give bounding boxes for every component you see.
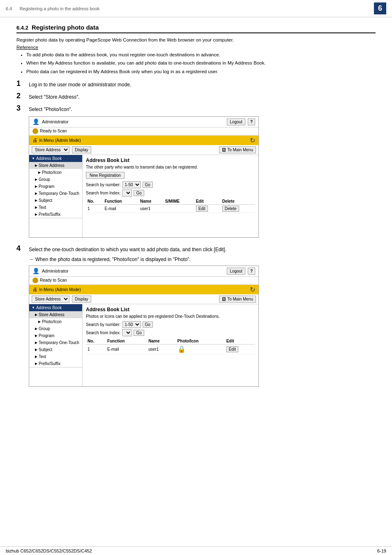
admin-mode-text-1: In Menu (Admin Mode) [39, 138, 81, 143]
sidebar-section-address-book-1: ▼ Address Book ▶ Store Address ▶ Photo/I… [29, 155, 82, 218]
col-function-1: Function [103, 198, 138, 205]
cell-function-2: E-mail [106, 344, 147, 354]
photo-arrow-2: ▶ [38, 320, 41, 324]
sidebar-item-subject-2[interactable]: ▶ Subject [29, 346, 82, 353]
temp-arrow-1: ▶ [35, 192, 37, 195]
cell-photo-icon: 🔒 [176, 344, 225, 354]
display-button-1[interactable]: Display [72, 146, 91, 153]
sidebar-item-program-1[interactable]: ▶ Program [29, 183, 82, 190]
sidebar-item-prefix-suffix-1[interactable]: ▶ Prefix/Suffix [29, 211, 82, 218]
expand-arrow-2: ▼ [32, 306, 35, 310]
scan-status-icon-1 [32, 128, 38, 134]
photo-arrow-1: ▶ [38, 171, 41, 174]
webapp-sidebar-2: ▼ Address Book ▶ Store Address ▶ Photo/I… [29, 304, 83, 386]
bullet-list: To add photo data to the address book, y… [26, 51, 376, 75]
text-arrow-2: ▶ [35, 355, 37, 358]
store-address-select-1[interactable]: Store Address [32, 146, 69, 153]
menu-icon-1: 🖼 [222, 148, 226, 152]
col-delete-1: Delete [221, 198, 255, 205]
col-smime-1: S/MIME [164, 198, 194, 205]
panel-desc-1: The other party who wants to transmit da… [86, 165, 255, 169]
sidebar-item-store-address-2[interactable]: ▶ Store Address [29, 311, 82, 318]
col-name-1: Name [138, 198, 164, 205]
sidebar-item-program-2[interactable]: ▶ Program [29, 332, 82, 339]
logout-button-1[interactable]: Logout [227, 118, 245, 125]
sidebar-item-text-1[interactable]: ▶ Text [29, 204, 82, 211]
sidebar-item-photo-icon-2[interactable]: ▶ Photo/Icon [29, 318, 82, 325]
step-2-text: Select "Store Address". [29, 93, 80, 101]
help-button-2[interactable]: ? [248, 268, 255, 275]
webapp-body-2: ▼ Address Book ▶ Store Address ▶ Photo/I… [29, 304, 258, 386]
screenshot-1: 👤 Administrator Logout ? Ready to Scan 🖨… [29, 116, 259, 238]
index-go-button-2[interactable]: Go [134, 330, 144, 336]
panel-desc-2: Photos or Icons can be applied to pre-re… [86, 314, 255, 319]
step-4-sub: → When the photo data is registered, "Ph… [29, 257, 376, 262]
cell-name-2: user1 [147, 344, 175, 354]
address-table-2: No. Function Name Photo/Icon Edit 1 E-ma… [86, 338, 255, 354]
admin-label-1: Administrator [42, 119, 69, 124]
main-menu-button-1[interactable]: 🖼 To Main Menu [219, 146, 256, 153]
delete-button-row1-1[interactable]: Delete [222, 206, 239, 212]
step-3: 3 Select "Photo/Icon". [16, 104, 376, 113]
sidebar-item-address-book-2[interactable]: ▼ Address Book [29, 304, 82, 311]
sidebar-item-text-2[interactable]: ▶ Text [29, 353, 82, 360]
scan-status-icon-2 [32, 278, 38, 283]
sidebar-item-temp-onetouch-1[interactable]: ▶ Temporary One-Touch [29, 190, 82, 197]
logout-button-2[interactable]: Logout [227, 268, 245, 275]
main-menu-button-2[interactable]: 🖼 To Main Menu [219, 296, 256, 303]
bullet-item: When the My Address function is availabl… [26, 60, 376, 67]
new-registration-button-1[interactable]: New Registration [86, 172, 125, 179]
expand-arrow-1: ▼ [32, 157, 35, 160]
panel-title-2: Address Book List [86, 307, 255, 312]
text-arrow-1: ▶ [35, 206, 37, 209]
table-row: 1 E-mail user1 Edit Delete [86, 204, 255, 213]
cell-function: E-mail [103, 204, 138, 213]
index-go-button-1[interactable]: Go [134, 190, 144, 196]
sidebar-item-group-1[interactable]: ▶ Group [29, 176, 82, 183]
admin-mode-icon-1: 🖨 [32, 137, 37, 143]
product-name: bizhub C652/C652DS/C552/C552DS/C452 [6, 548, 92, 553]
subject-arrow-1: ▶ [35, 199, 37, 202]
search-go-button-2[interactable]: Go [143, 321, 153, 328]
help-button-1[interactable]: ? [248, 118, 255, 125]
section-intro: Register photo data by operating PageSco… [16, 37, 376, 42]
step-1-text: Log in to the user mode or administrator… [29, 81, 131, 88]
search-range-select-1[interactable]: 1-50 [122, 181, 141, 188]
sidebar-item-photo-icon-1[interactable]: ▶ Photo/Icon [29, 169, 82, 176]
sidebar-item-address-book-1[interactable]: ▼ Address Book [29, 155, 82, 162]
sidebar-item-group-2[interactable]: ▶ Group [29, 325, 82, 332]
status-bar-2: Ready to Scan [29, 277, 258, 285]
index-select-1[interactable] [122, 190, 132, 197]
admin-mode-bar-2: 🖨 In Menu (Admin Mode) ↻ [29, 285, 258, 294]
admin-mode-text-2: In Menu (Admin Mode) [39, 287, 81, 292]
section-title-header: Registering a photo in the address book [20, 6, 99, 11]
subject-arrow-2: ▶ [35, 348, 37, 352]
edit-button-row1-2[interactable]: Edit [226, 346, 238, 352]
cell-name: user1 [138, 204, 164, 213]
search-from-index-row-2: Search from Index: Go [86, 329, 255, 336]
sidebar-item-subject-1[interactable]: ▶ Subject [29, 197, 82, 204]
step-3-num: 3 [16, 104, 29, 113]
sidebar-section-address-book-2: ▼ Address Book ▶ Store Address ▶ Photo/I… [29, 304, 82, 368]
display-button-2[interactable]: Display [72, 296, 91, 303]
sidebar-item-temp-onetouch-2[interactable]: ▶ Temporary One-Touch [29, 339, 82, 346]
step-1-num: 1 [16, 79, 29, 88]
sidebar-item-store-address-1[interactable]: ▶ Store Address [29, 162, 82, 169]
index-select-2[interactable] [122, 329, 132, 336]
webapp-navbar-1: Store Address Display 🖼 To Main Menu [29, 145, 258, 155]
col-no-1: No. [86, 198, 103, 205]
section-title: Registering photo data [32, 24, 99, 31]
admin-label-2: Administrator [42, 268, 69, 273]
edit-button-row1-1[interactable]: Edit [196, 206, 208, 212]
refresh-icon-1[interactable]: ↻ [250, 137, 255, 144]
sidebar-item-prefix-suffix-2[interactable]: ▶ Prefix/Suffix [29, 360, 82, 367]
refresh-icon-2[interactable]: ↻ [250, 286, 255, 293]
store-address-select-2[interactable]: Store Address [32, 296, 69, 303]
search-go-button-1[interactable]: Go [143, 182, 153, 188]
prefix-arrow-1: ▶ [35, 213, 37, 216]
search-range-select-2[interactable]: 1-50 [122, 321, 141, 328]
section-ref: 6.4 [6, 6, 12, 11]
cell-smime [164, 204, 194, 213]
cell-edit-2: Edit [225, 344, 255, 354]
group-arrow-2: ▶ [35, 327, 37, 331]
